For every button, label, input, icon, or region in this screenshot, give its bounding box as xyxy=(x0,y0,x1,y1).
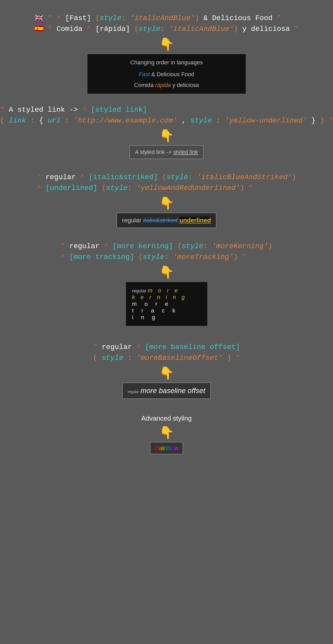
baseline-style-close: ) xyxy=(227,354,231,362)
baseline-quote-close: " xyxy=(236,354,240,362)
demo-kerning-line2: k e r n i n g xyxy=(132,294,201,301)
code-block-5: " regular ^ [more baseline offset] ( sty… xyxy=(93,342,240,363)
link-paren-close: ) xyxy=(320,117,324,125)
style-colon-1: : xyxy=(121,14,126,22)
code-block-2: " A styled link -> ^ [styled link] ( lin… xyxy=(0,105,333,126)
style-paren-close-2: ) xyxy=(234,25,238,33)
tracking-style-colon: : xyxy=(164,253,169,261)
demo-kerning-text: m o r e xyxy=(148,287,180,294)
demo-underlined: underlined xyxy=(179,217,211,224)
italic-style-val: 'italicBlueAndStriked' xyxy=(192,173,292,181)
kerning-quote-open: " xyxy=(61,242,65,250)
rainbow-n: n xyxy=(164,445,167,451)
section-kerning: " regular ^ [more kerning] (style: 'more… xyxy=(0,241,333,326)
demo-italic-striked: italic&striked xyxy=(143,217,178,224)
link-colon: : xyxy=(30,117,35,125)
underline-caret: ^ xyxy=(37,184,41,192)
underline-style-key: style xyxy=(106,184,128,192)
code-block-4: " regular ^ [more kerning] (style: 'more… xyxy=(61,241,272,263)
arrow-5: 👇 xyxy=(159,366,174,381)
tracking-quote-close: " xyxy=(242,253,247,261)
underline-quote-close: " xyxy=(249,184,253,192)
demo-english-rest: & Delicious Food xyxy=(151,71,194,77)
code-line-baseline-1: " regular ^ [more baseline offset] xyxy=(93,342,240,353)
link-comma: , xyxy=(182,117,186,125)
demo-rainbow-box: Rainbow xyxy=(150,442,183,454)
underline-style-val: 'yellowAndRedUnderlined' xyxy=(132,184,240,192)
italic-style-open: ( xyxy=(162,173,167,181)
caret-1: ^ xyxy=(57,14,61,22)
italic-style-close: ) xyxy=(292,173,296,181)
link-quote-open: " xyxy=(0,106,4,114)
style-key-2: style xyxy=(139,25,160,33)
link-style-colon: : xyxy=(216,117,221,125)
tracking-style-close: ) xyxy=(233,253,238,261)
kerning-style-val: 'moreKerning' xyxy=(208,242,268,250)
underline-style-colon: : xyxy=(128,184,132,192)
code-line-kerning-1: " regular ^ [more kerning] (style: 'more… xyxy=(61,241,272,252)
url-key: url xyxy=(48,117,60,125)
url-colon: : xyxy=(65,117,69,125)
baseline-style-open: ( xyxy=(93,354,97,362)
rainbow-b: b xyxy=(167,445,170,451)
rainbow-w: w xyxy=(174,445,178,451)
caret-2: ^ xyxy=(87,25,91,33)
arrow-2: 👇 xyxy=(159,129,174,144)
section-languages: 🇬🇧 " ^ [Fast] (style: 'italicAndBlue') &… xyxy=(0,13,333,94)
code-line-english: 🇬🇧 " ^ [Fast] (style: 'italicAndBlue') &… xyxy=(34,13,281,24)
kerning-style-colon: : xyxy=(203,242,208,250)
arrow-6: 👇 xyxy=(159,425,174,440)
link-brace-close: } xyxy=(311,117,316,125)
code-line-kerning-2: ^ [more tracking] (style: 'moreTracking'… xyxy=(61,252,247,263)
demo-link-box: A styled link -> styled link xyxy=(129,145,204,159)
rainbow-o: o xyxy=(171,445,174,451)
demo-link-regular: A styled link -> xyxy=(135,149,173,155)
style-paren-close-1: ) xyxy=(195,14,199,22)
italic-bracket: [italic&striked] xyxy=(89,173,158,181)
rainbow-r: R xyxy=(155,445,159,451)
demo-languages-title: Changing order in languages xyxy=(98,59,236,66)
demo-tracking-line1: m o r e xyxy=(132,301,201,307)
quote-close-2: " xyxy=(294,25,299,33)
code-line-italic-1: " regular ^ [italic&striked] (style: 'it… xyxy=(37,172,296,183)
code-block-3: " regular ^ [italic&striked] (style: 'it… xyxy=(37,172,296,194)
rest-english: & Delicious Food xyxy=(203,14,273,22)
style-val-2: 'italicAndBlue' xyxy=(165,25,234,33)
tracking-caret: ^ xyxy=(61,253,65,261)
baseline-bracket: [more baseline offset] xyxy=(145,343,240,351)
baseline-style-key: style xyxy=(102,354,123,362)
link-bracket: [styled link] xyxy=(91,106,147,114)
style-paren-open-2: ( xyxy=(134,25,139,33)
bracket-rapida: [rápida] xyxy=(95,25,130,33)
bracket-fast-close: ] xyxy=(87,14,91,22)
demo-spanish-rest: y deliciosa xyxy=(173,82,199,88)
tracking-bracket: [more tracking] xyxy=(69,253,134,261)
link-brace-open: { xyxy=(39,117,43,125)
style-key-1: style xyxy=(100,14,121,22)
flag-uk: 🇬🇧 xyxy=(34,14,43,22)
section-rainbow: Advanced styling 👇 Rainbow xyxy=(0,414,333,454)
demo-fast-text: Fast xyxy=(139,71,150,77)
code-line-link-2: ( link : { url : 'http://www.example.com… xyxy=(0,115,333,126)
link-paren-open: ( xyxy=(0,117,4,125)
tracking-style-open: ( xyxy=(138,253,143,261)
italic-quote-open: " xyxy=(37,173,41,181)
advanced-styling-title: Advanced styling xyxy=(141,414,192,422)
underline-style-close: ) xyxy=(240,184,244,192)
demo-italic-box: regular italic&striked underlined xyxy=(116,213,217,228)
demo-languages-box: Changing order in languages Fast & Delic… xyxy=(87,54,246,94)
quote-open-1: " xyxy=(48,14,52,22)
section-baseline: " regular ^ [more baseline offset] ( sty… xyxy=(0,342,333,399)
rest-spanish: y deliciosa xyxy=(242,25,290,33)
italic-style-colon: : xyxy=(188,173,193,181)
demo-spanish-line: Comida rápida y deliciosa xyxy=(98,82,236,89)
demo-tracking-line2: t r a c k xyxy=(132,307,201,314)
underline-style-open: ( xyxy=(102,184,106,192)
baseline-style-colon: : xyxy=(128,354,132,362)
demo-italic-regular: regular xyxy=(122,217,143,224)
kerning-style-open: ( xyxy=(177,242,182,250)
link-caret: ^ xyxy=(82,106,87,114)
baseline-caret: ^ xyxy=(136,343,141,351)
url-val: 'http://www.example.com' xyxy=(74,117,177,125)
italic-regular: regular xyxy=(46,173,80,181)
